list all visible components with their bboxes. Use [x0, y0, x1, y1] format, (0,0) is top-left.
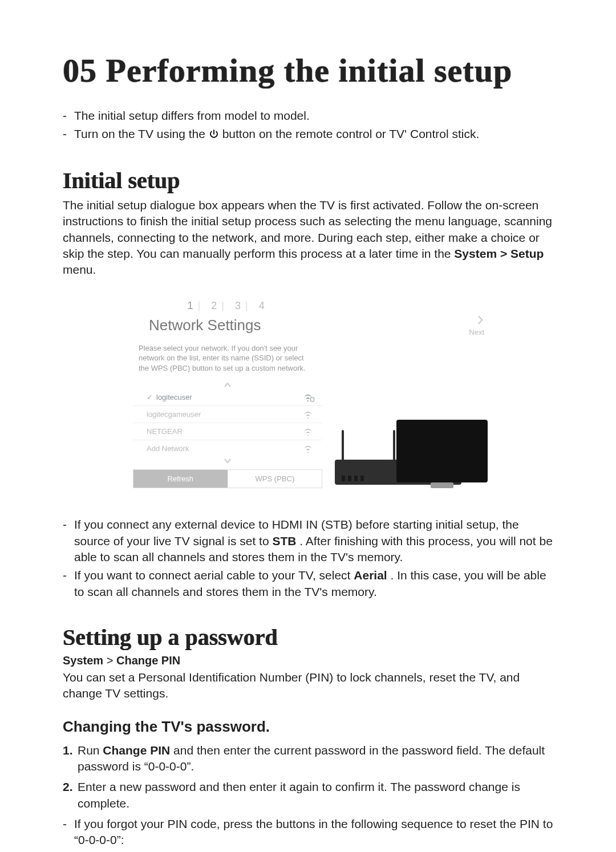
list-item: Run Change PIN and then enter the curren… — [63, 740, 553, 777]
forgot-pin-note: If you forgot your PIN code, press the b… — [63, 815, 553, 852]
wifi-icon — [304, 445, 312, 452]
password-heading: Setting up a password — [63, 624, 553, 651]
breadcrumb: System > Change PIN — [63, 654, 553, 667]
wps-button[interactable]: WPS (PBC) — [228, 470, 322, 488]
network-name: NETGEAR — [147, 427, 183, 436]
text: → 8 → 2 → 4 → — [408, 850, 499, 852]
chevron-right-icon — [329, 315, 484, 328]
network-item[interactable]: ✓logitecuser — [133, 389, 322, 405]
list-item: If you want to connect aerial cable to y… — [63, 566, 553, 601]
wizard-step: 1 — [188, 300, 197, 311]
power-icon — [209, 127, 219, 143]
changing-password-steps: Run Change PIN and then enter the curren… — [63, 740, 553, 814]
wifi-icon — [304, 428, 312, 435]
text: If you forgot your PIN code, press the b… — [74, 817, 553, 846]
initial-setup-paragraph: The initial setup dialogue box appears w… — [63, 197, 553, 278]
network-item[interactable]: NETGEAR — [133, 423, 322, 440]
wifi-icon — [304, 411, 312, 418]
intro-bullet: The initial setup differs from model to … — [63, 107, 553, 125]
bold-term: Change PIN — [103, 744, 170, 757]
wizard-step: 2 — [211, 300, 220, 311]
key-name: MUTE — [370, 850, 404, 852]
remote-type-label: For the Standard Remote Control — [74, 850, 263, 852]
network-item[interactable]: Add Network — [133, 440, 322, 457]
list-item: If you connect any external device to HD… — [63, 516, 553, 566]
tv-illustration — [396, 403, 488, 488]
next-label: Next — [329, 328, 484, 336]
intro-bullet-text: button on the remote control or TV' Cont… — [222, 127, 480, 140]
network-item[interactable]: logitecgameuser — [133, 405, 322, 423]
scroll-down-icon[interactable] — [133, 457, 322, 465]
next-button[interactable]: Next — [329, 315, 484, 336]
network-name: Add Network — [147, 444, 189, 453]
wizard-step: 4 — [259, 300, 268, 311]
password-paragraph: You can set a Personal Identification Nu… — [63, 670, 553, 702]
breadcrumb-item: System — [63, 654, 103, 667]
key-name: POWER — [499, 850, 544, 852]
changing-password-heading: Changing the TV's password. — [63, 718, 553, 736]
network-settings-figure: 1| 2| 3| 4 Network Settings Please selec… — [117, 289, 499, 500]
refresh-button[interactable]: Refresh — [133, 470, 228, 488]
dialog-description: Please select your network. If you don't… — [133, 343, 322, 374]
bold-term: Aerial — [354, 569, 387, 582]
check-icon: ✓ — [147, 393, 153, 401]
breadcrumb-separator: > — [107, 654, 116, 667]
text: Run — [78, 744, 103, 757]
initial-setup-heading: Initial setup — [63, 167, 553, 194]
network-name: logitecuser — [156, 393, 192, 401]
intro-bullet-text: Turn on the TV using the — [74, 127, 209, 140]
intro-bullet: Turn on the TV using the button on the r… — [63, 125, 553, 144]
text: menu. — [63, 263, 96, 276]
wizard-step-indicator: 1| 2| 3| 4 — [133, 300, 322, 312]
chapter-title: 05 Performing the initial setup — [63, 51, 553, 90]
wizard-step: 3 — [235, 300, 244, 311]
router-illustration — [329, 420, 484, 488]
text: : In Standby mode: — [266, 850, 370, 852]
scroll-up-icon[interactable] — [133, 381, 322, 389]
wifi-locked-icon — [304, 394, 312, 401]
dialog-button-row: Refresh WPS (PBC) — [133, 469, 322, 488]
text: If you want to connect aerial cable to y… — [74, 569, 354, 582]
network-name: logitecgameuser — [147, 410, 201, 419]
breadcrumb-item: Change PIN — [116, 654, 180, 667]
bold-term: STB — [272, 534, 296, 547]
list-item: If you forgot your PIN code, press the b… — [63, 815, 553, 852]
list-item: Enter a new password and then enter it a… — [63, 777, 553, 814]
network-list: ✓logitecuser logitecgameuser NETGEAR Add… — [133, 389, 322, 457]
dialog-title: Network Settings — [149, 317, 322, 334]
menu-path: System > Setup — [454, 247, 544, 260]
intro-bullet-list: The initial setup differs from model to … — [63, 107, 553, 144]
post-figure-bullets: If you connect any external device to HD… — [63, 516, 553, 601]
